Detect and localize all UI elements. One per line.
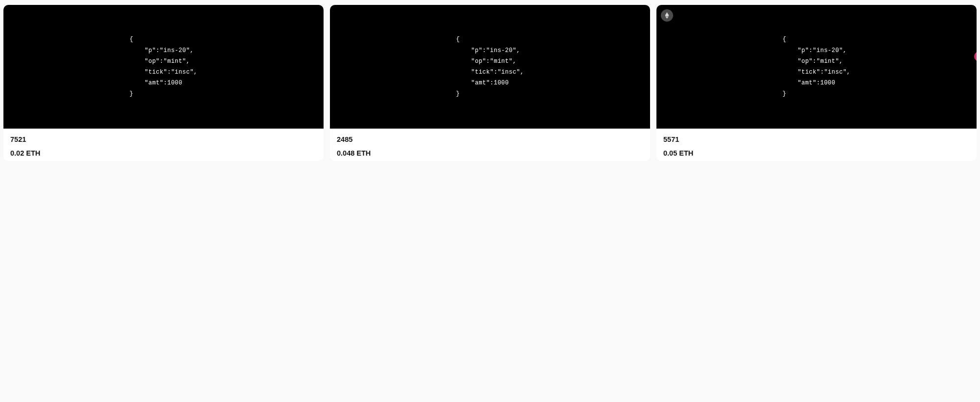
ethereum-badge-icon [661,9,673,22]
inscription-json-text: { "p":"ins-20", "op":"mint", "tick":"ins… [129,34,198,99]
nft-card-info: 7521 0.02 ETH [3,129,324,161]
nft-card[interactable]: { "p":"ins-20", "op":"mint", "tick":"ins… [656,5,977,161]
nft-price: 0.048 ETH [337,149,643,157]
inscription-json-text: { "p":"ins-20", "op":"mint", "tick":"ins… [456,34,524,99]
nft-token-id: 7521 [10,135,317,143]
nft-card-image: { "p":"ins-20", "op":"mint", "tick":"ins… [3,5,324,129]
nft-card-info: 2485 0.048 ETH [330,129,650,161]
inscription-json-text: { "p":"ins-20", "op":"mint", "tick":"ins… [782,34,851,99]
nft-token-id: 5571 [663,135,970,143]
nft-card-info: 5571 0.05 ETH [656,129,977,161]
nft-token-id: 2485 [337,135,643,143]
nft-price: 0.05 ETH [663,149,970,157]
nft-card-image: { "p":"ins-20", "op":"mint", "tick":"ins… [330,5,650,129]
nft-card[interactable]: { "p":"ins-20", "op":"mint", "tick":"ins… [3,5,324,161]
nft-price: 0.02 ETH [10,149,317,157]
nft-card-image: { "p":"ins-20", "op":"mint", "tick":"ins… [656,5,977,129]
nft-card[interactable]: { "p":"ins-20", "op":"mint", "tick":"ins… [330,5,650,161]
nft-card-grid: { "p":"ins-20", "op":"mint", "tick":"ins… [3,5,977,161]
ethereum-icon [664,12,670,19]
